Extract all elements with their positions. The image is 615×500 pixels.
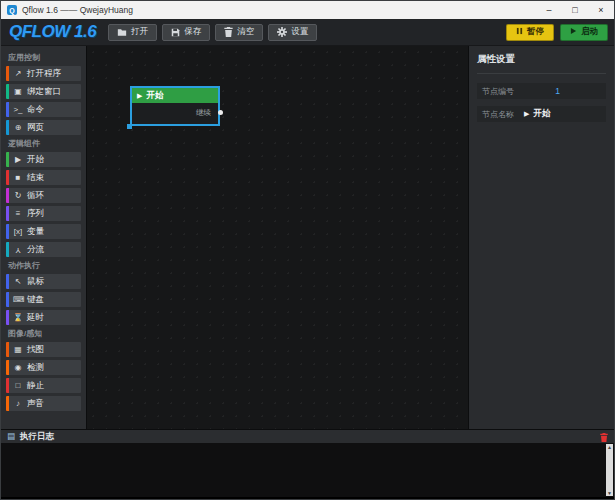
sidebar-item-sound[interactable]: ♪ 声音 <box>6 396 81 411</box>
loop-icon: ↻ <box>13 192 23 200</box>
terminal-icon: >_ <box>13 106 23 114</box>
delay-icon: ⌛ <box>13 314 23 322</box>
node-body: 继续 <box>132 103 218 124</box>
group-title-actions: 动作执行 <box>8 261 81 271</box>
node-name-value[interactable]: ▶ 开始 <box>524 108 550 120</box>
sidebar-item-loop[interactable]: ↻ 循环 <box>6 188 81 203</box>
node-id-label: 节点编号 <box>482 86 514 97</box>
mouse-icon: ↖ <box>13 278 23 286</box>
sidebar-item-keyboard[interactable]: ⌨ 键盘 <box>6 292 81 307</box>
sidebar-item-label: 打开程序 <box>27 68 61 80</box>
sidebar-item-delay[interactable]: ⌛ 延时 <box>6 310 81 325</box>
node-name-text: 开始 <box>533 108 550 120</box>
sidebar-item-start[interactable]: ▶ 开始 <box>6 152 81 167</box>
detect-icon: ◉ <box>13 364 23 372</box>
play-icon <box>570 27 577 37</box>
node-id-value[interactable]: 1 <box>514 86 601 96</box>
sequence-icon: ≡ <box>13 210 23 218</box>
clear-button[interactable]: 清空 <box>215 24 263 41</box>
scroll-down-icon[interactable]: ▼ <box>607 490 612 496</box>
sidebar-item-label: 变量 <box>27 226 44 238</box>
sidebar-item-still[interactable]: □ 静止 <box>6 378 81 393</box>
app-logo-icon: Q <box>7 5 17 15</box>
node-id-row: 节点编号 1 <box>477 83 606 99</box>
keyboard-icon: ⌨ <box>13 296 23 304</box>
log-title: 执行日志 <box>20 431 595 443</box>
titlebar: Q Qflow 1.6 —— QwejayHuang – □ × <box>1 1 614 19</box>
sidebar-item-variable[interactable]: [x] 变量 <box>6 224 81 239</box>
app-brand-logo: QFLOW 1.6 <box>9 22 96 42</box>
settings-button[interactable]: 设置 <box>268 24 317 41</box>
minimize-button[interactable]: – <box>536 1 562 19</box>
start-button-label: 启动 <box>581 26 598 38</box>
maximize-button[interactable]: □ <box>562 1 588 19</box>
sidebar-item-label: 序列 <box>27 208 44 220</box>
group-title-logic: 逻辑组件 <box>8 139 81 149</box>
sidebar-item-find-image[interactable]: ▦ 找图 <box>6 342 81 357</box>
flow-canvas[interactable]: ▶ 开始 继续 <box>86 46 468 429</box>
sidebar-item-command[interactable]: >_ 命令 <box>6 102 81 117</box>
sidebar-item-open-program[interactable]: ↗ 打开程序 <box>6 66 81 81</box>
properties-panel: 属性设置 节点编号 1 节点名称 ▶ 开始 <box>468 46 614 429</box>
end-icon: ■ <box>13 174 23 182</box>
node-name-label: 节点名称 <box>482 109 514 120</box>
log-header: ▤ 执行日志 <box>1 429 614 443</box>
scroll-up-icon[interactable]: ▲ <box>607 444 612 450</box>
trash-icon <box>224 27 233 37</box>
open-folder-icon <box>117 28 127 37</box>
sidebar-item-label: 网页 <box>27 122 44 134</box>
flow-node-start[interactable]: ▶ 开始 继续 <box>130 86 220 126</box>
find-image-icon: ▦ <box>13 346 23 354</box>
node-name-row: 节点名称 ▶ 开始 <box>477 106 606 122</box>
save-button-label: 保存 <box>184 26 201 38</box>
play-icon: ▶ <box>524 110 529 118</box>
component-sidebar: 应用控制 ↗ 打开程序 ▣ 绑定窗口 >_ 命令 ⊕ 网页 逻辑组件 ▶ 开始 <box>1 46 86 429</box>
group-title-perception: 图像/感知 <box>8 329 81 339</box>
sidebar-item-label: 延时 <box>27 312 44 324</box>
window-title: Qflow 1.6 —— QwejayHuang <box>22 5 536 15</box>
sidebar-item-mouse[interactable]: ↖ 鼠标 <box>6 274 81 289</box>
sidebar-item-label: 绑定窗口 <box>27 86 61 98</box>
log-scrollbar[interactable]: ▲ ▼ <box>606 444 613 496</box>
selection-handle[interactable] <box>127 124 132 129</box>
pause-icon <box>516 27 523 37</box>
sidebar-item-label: 分流 <box>27 244 44 256</box>
sidebar-item-label: 鼠标 <box>27 276 44 288</box>
sidebar-item-label: 开始 <box>27 154 44 166</box>
node-header[interactable]: ▶ 开始 <box>132 88 218 103</box>
sidebar-item-label: 检测 <box>27 362 44 374</box>
node-title: 开始 <box>146 90 163 102</box>
sidebar-item-webpage[interactable]: ⊕ 网页 <box>6 120 81 135</box>
app-window: Q Qflow 1.6 —— QwejayHuang – □ × QFLOW 1… <box>0 0 615 500</box>
main-area: 应用控制 ↗ 打开程序 ▣ 绑定窗口 >_ 命令 ⊕ 网页 逻辑组件 ▶ 开始 <box>1 46 614 429</box>
sidebar-item-end[interactable]: ■ 结束 <box>6 170 81 185</box>
sound-icon: ♪ <box>13 400 23 408</box>
variable-icon: [x] <box>13 228 23 236</box>
sidebar-item-label: 静止 <box>27 380 44 392</box>
sidebar-item-label: 命令 <box>27 104 44 116</box>
save-button[interactable]: 保存 <box>162 24 210 41</box>
pause-button-label: 暂停 <box>527 26 544 38</box>
toolbar: QFLOW 1.6 打开 保存 清空 设置 <box>1 19 614 46</box>
open-button-label: 打开 <box>131 26 148 38</box>
still-icon: □ <box>13 382 23 390</box>
sidebar-item-label: 键盘 <box>27 294 44 306</box>
close-button[interactable]: × <box>588 1 614 19</box>
play-icon: ▶ <box>137 92 142 100</box>
gear-icon <box>277 27 287 37</box>
webpage-icon: ⊕ <box>13 124 23 132</box>
output-port-label: 继续 <box>196 108 211 118</box>
branch-icon: Y <box>13 246 23 254</box>
pause-button[interactable]: 暂停 <box>506 24 554 41</box>
log-output-area[interactable]: ▲ ▼ <box>1 443 614 497</box>
sidebar-item-sequence[interactable]: ≡ 序列 <box>6 206 81 221</box>
log-document-icon: ▤ <box>7 432 15 441</box>
sidebar-item-branch[interactable]: Y 分流 <box>6 242 81 257</box>
sidebar-item-label: 结束 <box>27 172 44 184</box>
sidebar-item-bind-window[interactable]: ▣ 绑定窗口 <box>6 84 81 99</box>
output-port-dot[interactable] <box>218 110 223 115</box>
open-button[interactable]: 打开 <box>108 24 157 41</box>
sidebar-item-label: 找图 <box>27 344 44 356</box>
start-button[interactable]: 启动 <box>560 24 608 41</box>
sidebar-item-detect[interactable]: ◉ 检测 <box>6 360 81 375</box>
